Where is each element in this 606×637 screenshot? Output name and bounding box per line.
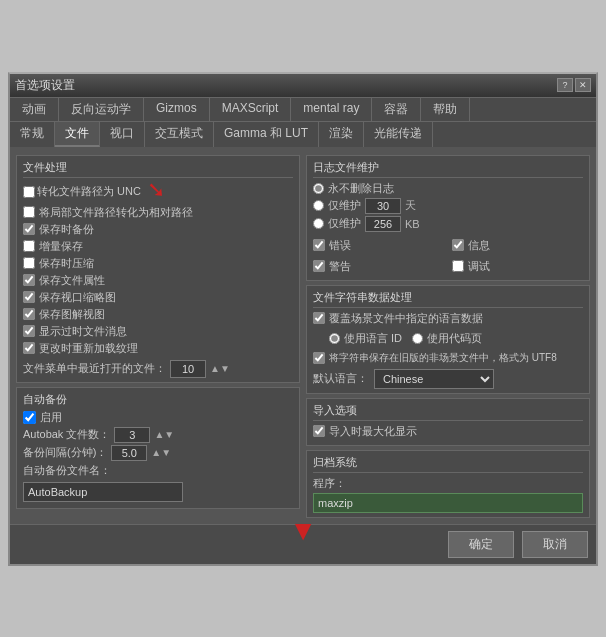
close-button[interactable]: ✕ [575,78,591,92]
use-codepage-row: 使用代码页 [412,331,482,346]
maintain-days-row: 仅维护 天 [313,198,583,214]
log-maintenance-title: 日志文件维护 [313,160,583,178]
use-locale-row: 使用语言 ID [329,331,402,346]
maintain-days-label: 仅维护 [328,198,361,213]
tabs-row-1: 动画 反向运动学 Gizmos MAXScript mental ray 容器 … [10,98,596,122]
log-info-row: 信息 [452,238,583,253]
tab-help[interactable]: 帮助 [421,98,470,121]
log-error-label: 错误 [329,238,351,253]
log-warning-row: 警告 [313,259,444,274]
autobak-files-label: Autobak 文件数： [23,427,110,442]
default-lang-label: 默认语言： [313,371,368,386]
maintain-days-input[interactable] [365,198,401,214]
tab-radiosity[interactable]: 光能传递 [364,122,433,147]
relative-path-checkbox[interactable] [23,206,35,218]
log-checks-grid: 错误 信息 警告 调试 [313,236,583,276]
down-arrow-icon: ▼ [289,515,317,547]
reload-texture-checkbox[interactable] [23,342,35,354]
file-handling-title: 文件处理 [23,160,293,178]
override-lang-checkbox[interactable] [313,312,325,324]
file-handling-item-1: 将局部文件路径转化为相对路径 [23,205,293,220]
outdated-msg-label: 显示过时文件消息 [39,324,127,339]
file-handling-section: 文件处理 转化文件路径为 UNC ➘ 将局部文件路径转化为相对路径 保存时备份 [16,155,300,383]
bottom-bar: ▼ 确定 取消 [10,524,596,564]
file-handling-item-7: 保存图解视图 [23,307,293,322]
tab-viewport[interactable]: 视口 [100,122,145,147]
tab-interaction[interactable]: 交互模式 [145,122,214,147]
autobak-filename-input[interactable] [23,482,183,502]
unc-label: 转化文件路径为 UNC [37,184,141,199]
confirm-button[interactable]: 确定 [448,531,514,558]
enable-backup-checkbox[interactable] [23,411,36,424]
autobak-interval-input[interactable] [111,445,147,461]
maintain-kb-label: 仅维护 [328,216,361,231]
save-utf8-row: 将字符串保存在旧版的非场景文件中，格式为 UTF8 [313,351,583,365]
archive-section: 归档系统 程序： [306,450,590,518]
tab-gizmos[interactable]: Gizmos [144,98,210,121]
maintain-days-radio[interactable] [313,200,324,211]
never-delete-label: 永不删除日志 [328,181,394,196]
file-handling-item-6: 保存视口缩略图 [23,290,293,305]
use-locale-radio[interactable] [329,333,340,344]
autobak-files-spinner-icon[interactable]: ▲▼ [154,429,174,440]
auto-backup-title: 自动备份 [23,392,293,407]
tab-mentalray[interactable]: mental ray [291,98,372,121]
log-debug-label: 调试 [468,259,490,274]
tab-gamma[interactable]: Gamma 和 LUT [214,122,319,147]
compress-label: 保存时压缩 [39,256,94,271]
string-handling-title: 文件字符串数据处理 [313,290,583,308]
override-lang-label: 覆盖场景文件中指定的语言数据 [329,311,483,326]
tab-file[interactable]: 文件 [55,122,100,147]
recent-files-input[interactable] [170,360,206,378]
autobak-files-input[interactable] [114,427,150,443]
log-debug-checkbox[interactable] [452,260,464,272]
outdated-msg-checkbox[interactable] [23,325,35,337]
log-warning-label: 警告 [329,259,351,274]
main-window: 首选项设置 ? ✕ 动画 反向运动学 Gizmos MAXScript ment… [8,72,598,566]
schematic-checkbox[interactable] [23,308,35,320]
cancel-button[interactable]: 取消 [522,531,588,558]
locale-codepage-row: 使用语言 ID 使用代码页 [329,329,583,348]
compress-checkbox[interactable] [23,257,35,269]
help-button[interactable]: ? [557,78,573,92]
incremental-label: 增量保存 [39,239,83,254]
kb-unit: KB [405,218,420,230]
schematic-label: 保存图解视图 [39,307,105,322]
log-warning-checkbox[interactable] [313,260,325,272]
tab-maxscript[interactable]: MAXScript [210,98,292,121]
autobak-filename-label: 自动备份文件名： [23,463,111,478]
autobak-files-row: Autobak 文件数： ▲▼ [23,427,293,443]
recent-files-label: 文件菜单中最近打开的文件： [23,361,166,376]
log-info-checkbox[interactable] [452,239,464,251]
tab-animation[interactable]: 动画 [10,98,59,121]
save-utf8-checkbox[interactable] [313,352,325,364]
maintain-kb-input[interactable] [365,216,401,232]
recent-files-spinner-icon[interactable]: ▲▼ [210,363,230,374]
autobak-interval-label: 备份间隔(分钟)： [23,445,107,460]
use-codepage-radio[interactable] [412,333,423,344]
maximize-checkbox[interactable] [313,425,325,437]
tab-render[interactable]: 渲染 [319,122,364,147]
days-unit: 天 [405,198,416,213]
import-options-title: 导入选项 [313,403,583,421]
right-panel: 日志文件维护 永不删除日志 仅维护 天 仅维护 KB [306,155,590,518]
relative-path-label: 将局部文件路径转化为相对路径 [39,205,193,220]
autobak-interval-spinner-icon[interactable]: ▲▼ [151,447,171,458]
tab-container[interactable]: 容器 [372,98,421,121]
default-lang-dropdown[interactable]: Chinese English Japanese Korean [374,369,494,389]
archive-program-input[interactable] [313,493,583,513]
use-locale-label: 使用语言 ID [344,331,402,346]
window-controls: ? ✕ [557,78,591,92]
tab-general[interactable]: 常规 [10,122,55,147]
thumbnail-checkbox[interactable] [23,291,35,303]
fileprops-label: 保存文件属性 [39,273,105,288]
backup-checkbox[interactable] [23,223,35,235]
unc-checkbox[interactable] [23,186,35,198]
log-error-checkbox[interactable] [313,239,325,251]
autobak-interval-row: 备份间隔(分钟)： ▲▼ [23,445,293,461]
incremental-checkbox[interactable] [23,240,35,252]
fileprops-checkbox[interactable] [23,274,35,286]
tab-ik[interactable]: 反向运动学 [59,98,144,121]
never-delete-radio[interactable] [313,183,324,194]
maintain-kb-radio[interactable] [313,218,324,229]
